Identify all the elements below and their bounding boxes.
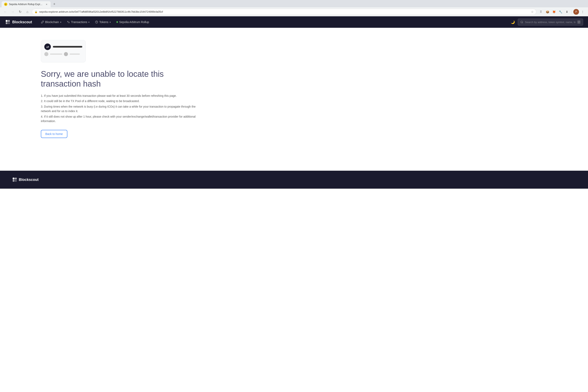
brand-name: Blockscout: [12, 20, 32, 24]
search-icon: [520, 20, 523, 24]
blockchain-chevron: ▾: [60, 21, 61, 23]
illus-row2: [44, 52, 82, 56]
dark-mode-toggle[interactable]: 🌙: [510, 19, 516, 25]
search-input[interactable]: [525, 20, 576, 24]
instruction-3: 3. During times when the network is busy…: [41, 104, 204, 114]
tab-favicon: S: [4, 3, 7, 6]
extension3-icon[interactable]: 🔧: [558, 9, 563, 15]
svg-rect-0: [6, 20, 8, 22]
extensions-icon[interactable]: ⠿: [538, 9, 544, 15]
back-to-home-button[interactable]: Back to home: [41, 130, 68, 138]
tab-bar: S Sepolia Arbitrum Rollup Explor... ✕ +: [0, 0, 588, 7]
footer: Blockscout: [0, 171, 588, 189]
network-status-dot: [116, 21, 118, 23]
forward-nav-button[interactable]: →: [10, 9, 16, 15]
refresh-button[interactable]: ↻: [17, 9, 23, 15]
extension2-icon[interactable]: 🦊: [551, 9, 557, 15]
illus-line-long: [53, 46, 82, 48]
transactions-chevron: ▾: [88, 21, 90, 23]
slash-shortcut: /: [578, 20, 580, 24]
svg-point-5: [521, 21, 523, 23]
browser-chrome: S Sepolia Arbitrum Rollup Explor... ✕ + …: [0, 0, 588, 16]
address-bar[interactable]: 🔒 sepolia-explorer.arbitrum.io/tx/0xf77a…: [32, 9, 536, 15]
instruction-1: 1. If you have just submitted this trans…: [41, 94, 204, 98]
instruction-4: 4. If it still does not show up after 1 …: [41, 114, 204, 124]
brand-logo[interactable]: Blockscout: [5, 19, 32, 25]
svg-rect-9: [15, 180, 17, 182]
tab-close-button[interactable]: ✕: [45, 3, 48, 6]
secure-icon: 🔒: [34, 10, 38, 13]
footer-brand-name: Blockscout: [19, 178, 38, 182]
svg-rect-8: [13, 180, 14, 182]
svg-rect-7: [15, 178, 17, 180]
menu-button[interactable]: ⋮: [580, 9, 586, 15]
nav-tokens[interactable]: Tokens ▾: [93, 19, 113, 25]
illus-line-med1: [50, 54, 62, 55]
nav-network[interactable]: Sepolia Arbitrum Rollup: [114, 19, 152, 25]
url-text: sepolia-explorer.arbitrum.io/tx/0xf77aff…: [39, 10, 530, 13]
footer-brand: Blockscout: [12, 177, 576, 182]
error-messages: 1. If you have just submitted this trans…: [41, 94, 204, 123]
svg-rect-3: [8, 22, 10, 24]
footer-brand-icon: [12, 177, 17, 182]
toolbar-icons: ⠿ 📦 🦊 🔧 ⬇ P ⋮: [538, 9, 586, 15]
extension1-icon[interactable]: 📦: [544, 9, 550, 15]
browser-toolbar: ← → ↻ ⌂ 🔒 sepolia-explorer.arbitrum.io/t…: [0, 7, 588, 16]
tokens-chevron: ▾: [110, 21, 111, 23]
app: Blockscout Blockchain ▾ Transactions ▾ T…: [0, 16, 588, 392]
illus-dot2: [64, 52, 68, 56]
illus-line-med2: [70, 54, 80, 55]
nav-blockchain[interactable]: Blockchain ▾: [38, 19, 64, 25]
illus-tx-icon: ⇄: [44, 44, 51, 50]
download-icon[interactable]: ⬇: [564, 9, 570, 15]
error-illustration: ⇄: [41, 40, 86, 62]
svg-rect-2: [6, 22, 8, 24]
bookmark-icon[interactable]: ☆: [531, 10, 534, 14]
svg-rect-1: [8, 20, 10, 22]
network-name: Sepolia Arbitrum Rollup: [119, 20, 149, 24]
error-heading: Sorry, we are unable to locate this tran…: [41, 69, 184, 88]
instruction-2: 2. It could still be in the TX Pool of a…: [41, 99, 204, 103]
svg-rect-6: [13, 178, 14, 180]
nav-transactions[interactable]: Transactions ▾: [64, 19, 92, 25]
main-content: ⇄ Sorry, we are unable to locate this tr…: [0, 28, 245, 150]
active-tab[interactable]: S Sepolia Arbitrum Rollup Explor... ✕: [2, 1, 51, 7]
tab-title: Sepolia Arbitrum Rollup Explor...: [9, 3, 43, 6]
brand-icon: [5, 19, 10, 25]
navbar: Blockscout Blockchain ▾ Transactions ▾ T…: [0, 16, 588, 28]
new-tab-button[interactable]: +: [52, 1, 57, 7]
home-button[interactable]: ⌂: [24, 9, 30, 15]
illus-dot1: [44, 52, 48, 56]
back-nav-button[interactable]: ←: [2, 9, 8, 15]
illus-row1: ⇄: [44, 44, 82, 50]
nav-links: Blockchain ▾ Transactions ▾ Tokens ▾ Sep…: [38, 19, 508, 25]
profile-button[interactable]: P: [573, 9, 579, 15]
toolbar-divider: [572, 10, 572, 14]
search-bar[interactable]: /: [518, 18, 583, 26]
